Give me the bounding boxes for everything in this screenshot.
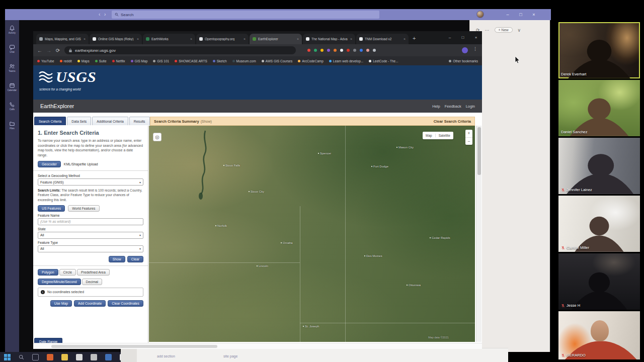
bookmark[interactable]: AWS GIS Courses xyxy=(262,59,293,63)
more-icon[interactable]: ⋯ xyxy=(485,28,490,33)
extension-icon[interactable] xyxy=(327,49,330,52)
map-type-satellite-button[interactable]: Satellite xyxy=(435,134,453,137)
other-bookmarks-button[interactable]: Other bookmarks xyxy=(449,59,478,63)
reload-button[interactable]: ⟳ xyxy=(53,48,62,53)
browser-tab-4[interactable]: Opentopography.org × xyxy=(196,34,249,44)
dms-format-button[interactable]: Degree/Minute/Second xyxy=(38,279,81,285)
zoom-in-button[interactable]: + xyxy=(465,130,472,138)
taskbar-app-icon[interactable] xyxy=(61,354,68,360)
sidebar-item-calendar[interactable]: Calendar xyxy=(5,77,19,97)
us-features-button[interactable]: US Features xyxy=(38,205,65,212)
browser-tab-3[interactable]: EarthWorks × xyxy=(143,34,195,44)
browser-tab-earthexplorer-active[interactable]: EarthExplorer × xyxy=(250,34,302,44)
bookmark[interactable]: Maps xyxy=(77,59,90,63)
tab-close-icon[interactable]: × xyxy=(84,37,86,41)
show-button[interactable]: Show xyxy=(109,256,125,262)
behind-link-2[interactable]: site page xyxy=(223,354,237,358)
chevron-down-icon[interactable]: ∨ xyxy=(518,28,521,33)
bookmark[interactable]: Museum.com xyxy=(232,59,256,63)
decimal-format-button[interactable]: Decimal xyxy=(82,279,103,285)
extension-icon[interactable] xyxy=(320,49,324,52)
bookmark[interactable]: GIS 101 xyxy=(153,59,169,63)
tab-close-icon[interactable]: × xyxy=(404,37,406,41)
usgs-logo[interactable]: USGS xyxy=(38,69,97,84)
teams-back-icon[interactable]: ‹ xyxy=(99,11,100,19)
participant-tile-gerardo[interactable]: GERARDO xyxy=(558,311,640,359)
sidebar-item-chat[interactable]: Chat xyxy=(5,39,19,58)
participant-tile-camille-miller[interactable]: Camille Miller xyxy=(558,196,640,252)
sidebar-item-calls[interactable]: Calls xyxy=(5,97,19,116)
bookmark[interactable]: ArcCodeCamp xyxy=(298,59,324,63)
world-features-button[interactable]: World Features xyxy=(68,205,99,212)
geocoder-button[interactable]: Geocoder xyxy=(38,161,61,167)
kml-upload-link[interactable]: KML/Shapefile Upload xyxy=(64,162,98,166)
new-tab-button[interactable]: + xyxy=(413,35,416,41)
browser-minimize-button[interactable]: – xyxy=(445,34,455,42)
help-link[interactable]: Help xyxy=(432,104,440,109)
tab-close-icon[interactable]: × xyxy=(190,37,192,41)
polygon-tab[interactable]: Polygon xyxy=(38,269,58,276)
participant-tile-jesse-h[interactable]: Jesse H xyxy=(558,253,640,310)
bookmark[interactable]: Netflix xyxy=(112,59,125,63)
summary-show-link[interactable]: (Show) xyxy=(201,120,212,123)
map[interactable]: Sioux Falls Sioux City Spencer Fort Dodg… xyxy=(149,126,475,342)
extension-icon[interactable] xyxy=(314,49,317,52)
add-coordinate-button[interactable]: Add Coordinate xyxy=(74,300,106,307)
extension-icon[interactable] xyxy=(360,49,363,52)
sidebar-item-files[interactable]: Files xyxy=(5,116,19,135)
teams-close-button[interactable]: × xyxy=(529,10,538,19)
login-link[interactable]: Login xyxy=(466,104,475,109)
locate-button[interactable]: ◎ xyxy=(153,133,162,141)
vertical-scrollbar[interactable] xyxy=(476,126,481,342)
bookmark[interactable]: YouTube xyxy=(37,59,54,63)
feedback-link[interactable]: Feedback xyxy=(445,104,461,109)
taskbar-search-icon[interactable] xyxy=(19,354,24,360)
start-button[interactable] xyxy=(4,354,11,360)
bookmark[interactable]: LeetCode - The... xyxy=(369,59,398,63)
bookmark[interactable]: SHOWCASE ARTS xyxy=(175,59,207,63)
tab-search-criteria[interactable]: Search Criteria xyxy=(34,117,66,125)
use-map-button[interactable]: Use Map xyxy=(50,300,72,307)
extension-icon[interactable] xyxy=(340,49,343,52)
predefined-area-tab[interactable]: Predefined Area xyxy=(77,269,110,276)
bookmark[interactable]: Learn web develop... xyxy=(329,59,363,63)
taskbar-app-icon[interactable] xyxy=(105,354,112,360)
clear-search-criteria-link[interactable]: Clear Search Criteria xyxy=(434,119,471,124)
tab-close-icon[interactable]: × xyxy=(297,37,299,41)
teams-minimize-button[interactable]: – xyxy=(503,10,512,19)
new-button[interactable]: + New xyxy=(495,27,513,33)
teams-maximize-button[interactable]: □ xyxy=(516,10,525,19)
teams-search-input[interactable]: Search xyxy=(112,11,379,19)
clear-button[interactable]: Clear xyxy=(127,256,143,262)
browser-tab-1[interactable]: Maps, Mapping, and GIS × xyxy=(36,34,89,44)
address-bar[interactable]: earthexplorer.usgs.gov xyxy=(64,46,296,54)
tab-close-icon[interactable]: × xyxy=(350,37,352,41)
behind-link-1[interactable]: add section xyxy=(157,354,175,358)
participant-tile-derek-everhart[interactable]: Derek Everhart xyxy=(558,22,640,78)
browser-close-button[interactable]: × xyxy=(471,34,481,42)
bookmark[interactable]: Suite xyxy=(95,59,107,63)
browser-tab-2[interactable]: Online GIS Maps (Reky) × xyxy=(90,34,142,44)
tab-additional-criteria[interactable]: Additional Criteria xyxy=(92,117,128,125)
feature-name-input[interactable]: (Use % as wildcard) xyxy=(38,218,143,225)
forward-button[interactable]: → xyxy=(44,48,53,53)
browser-tab-6[interactable]: The National Map - Adva × xyxy=(303,34,355,44)
bookmark[interactable]: reddit xyxy=(60,59,72,63)
teams-profile-avatar[interactable] xyxy=(476,11,484,18)
participant-tile-jennifer-lainez[interactable]: Jennifer Lainez xyxy=(558,138,640,194)
taskbar-app-icon[interactable] xyxy=(47,354,53,360)
extension-icon[interactable] xyxy=(353,49,356,52)
sidebar-item-teams[interactable]: Teams xyxy=(5,58,19,77)
horizontal-scrollbar[interactable] xyxy=(33,343,482,349)
back-button[interactable]: ← xyxy=(35,48,44,53)
bookmark[interactable]: GIS Map xyxy=(131,59,148,63)
scrollbar-thumb[interactable] xyxy=(51,345,217,348)
sidebar-item-activity[interactable]: Activity xyxy=(5,20,19,39)
feature-type-select[interactable]: All ▾ xyxy=(38,245,143,252)
teams-forward-icon[interactable]: › xyxy=(104,11,106,19)
extension-icon[interactable] xyxy=(334,49,337,52)
browser-maximize-button[interactable]: □ xyxy=(458,34,468,42)
extension-icon[interactable] xyxy=(307,49,310,52)
map-type-map-button[interactable]: Map xyxy=(423,134,435,137)
tab-results[interactable]: Results xyxy=(129,117,150,125)
